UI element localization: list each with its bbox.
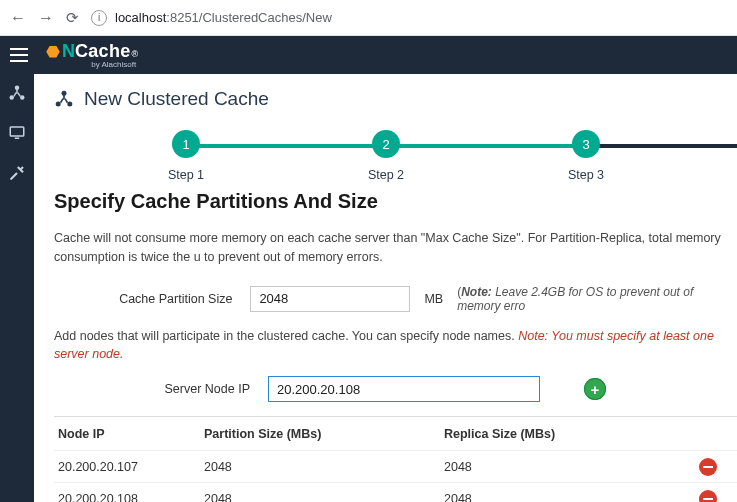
url-host: localhost bbox=[115, 10, 166, 25]
app-topbar: ⬣ NCache® by Alachisoft bbox=[0, 36, 737, 74]
brand-logo: ⬣ NCache® by Alachisoft bbox=[46, 42, 138, 69]
cluster-icon[interactable] bbox=[8, 84, 26, 102]
section-heading: Specify Cache Partitions And Size bbox=[54, 190, 737, 213]
partition-size-unit: MB bbox=[424, 292, 443, 306]
nodes-table: Node IP Partition Size (MBs) Replica Siz… bbox=[54, 416, 737, 502]
remove-node-button[interactable] bbox=[699, 458, 717, 476]
brand-n: N bbox=[62, 42, 75, 60]
col-replica-size: Replica Size (MBs) bbox=[444, 427, 644, 441]
brand-reg: ® bbox=[132, 50, 139, 59]
wizard-stepper: 1 Step 1 2 Step 2 3 Step 3 bbox=[54, 130, 737, 180]
server-ip-label: Server Node IP bbox=[54, 382, 254, 396]
step-3-circle: 3 bbox=[572, 130, 600, 158]
step-2[interactable]: 2 Step 2 bbox=[356, 130, 416, 182]
tools-icon[interactable] bbox=[8, 164, 26, 182]
monitor-icon[interactable] bbox=[8, 124, 26, 142]
forward-icon[interactable]: → bbox=[38, 9, 54, 27]
cell-ip: 20.200.20.107 bbox=[54, 460, 204, 474]
col-partition-size: Partition Size (MBs) bbox=[204, 427, 444, 441]
partition-size-row: Cache Partition Size MB (Note: Leave 2.4… bbox=[54, 285, 737, 313]
svg-rect-3 bbox=[10, 127, 24, 136]
table-row: 20.200.20.108 2048 2048 bbox=[54, 483, 737, 502]
cell-psize: 2048 bbox=[204, 492, 444, 503]
partition-size-input[interactable] bbox=[250, 286, 410, 312]
remove-node-button[interactable] bbox=[699, 490, 717, 503]
brand-byline: by Alachisoft bbox=[91, 61, 136, 69]
partition-size-note: (Note: Leave 2.4GB for OS to prevent out… bbox=[457, 285, 737, 313]
brand-cache: Cache bbox=[75, 42, 131, 60]
server-ip-input[interactable] bbox=[268, 376, 540, 402]
server-ip-row: Server Node IP bbox=[54, 376, 737, 402]
cell-psize: 2048 bbox=[204, 460, 444, 474]
col-node-ip: Node IP bbox=[54, 427, 204, 441]
page-title: New Clustered Cache bbox=[84, 88, 269, 110]
section-description: Cache will not consume more memory on ea… bbox=[54, 229, 737, 267]
address-bar[interactable]: i localhost:8251/ClusteredCaches/New bbox=[91, 10, 727, 26]
partition-size-label: Cache Partition Size bbox=[54, 292, 236, 306]
sidebar bbox=[0, 74, 34, 502]
add-node-button[interactable] bbox=[584, 378, 606, 400]
nodes-description: Add nodes that will participate in the c… bbox=[54, 327, 737, 365]
info-icon[interactable]: i bbox=[91, 10, 107, 26]
step-3-label: Step 3 bbox=[568, 168, 604, 182]
table-header-row: Node IP Partition Size (MBs) Replica Siz… bbox=[54, 417, 737, 451]
cell-ip: 20.200.20.108 bbox=[54, 492, 204, 503]
url-port: :8251 bbox=[166, 10, 199, 25]
step-2-circle: 2 bbox=[372, 130, 400, 158]
main-content: New Clustered Cache 1 Step 1 2 Step 2 3 … bbox=[34, 74, 737, 502]
cluster-small-icon bbox=[54, 89, 74, 109]
step-2-label: Step 2 bbox=[368, 168, 404, 182]
step-3[interactable]: 3 Step 3 bbox=[556, 130, 616, 182]
logo-dots-icon: ⬣ bbox=[46, 44, 60, 60]
reload-icon[interactable]: ⟳ bbox=[66, 9, 79, 27]
nodes-desc-text: Add nodes that will participate in the c… bbox=[54, 329, 518, 343]
browser-chrome: ← → ⟳ i localhost:8251/ClusteredCaches/N… bbox=[0, 0, 737, 36]
cell-rsize: 2048 bbox=[444, 492, 644, 503]
menu-icon[interactable] bbox=[10, 48, 28, 62]
step-1-circle: 1 bbox=[172, 130, 200, 158]
cell-rsize: 2048 bbox=[444, 460, 644, 474]
svg-rect-4 bbox=[15, 138, 20, 140]
table-row: 20.200.20.107 2048 2048 bbox=[54, 451, 737, 483]
step-1[interactable]: 1 Step 1 bbox=[156, 130, 216, 182]
back-icon[interactable]: ← bbox=[10, 9, 26, 27]
url-path: /ClusteredCaches/New bbox=[199, 10, 332, 25]
step-1-label: Step 1 bbox=[168, 168, 204, 182]
